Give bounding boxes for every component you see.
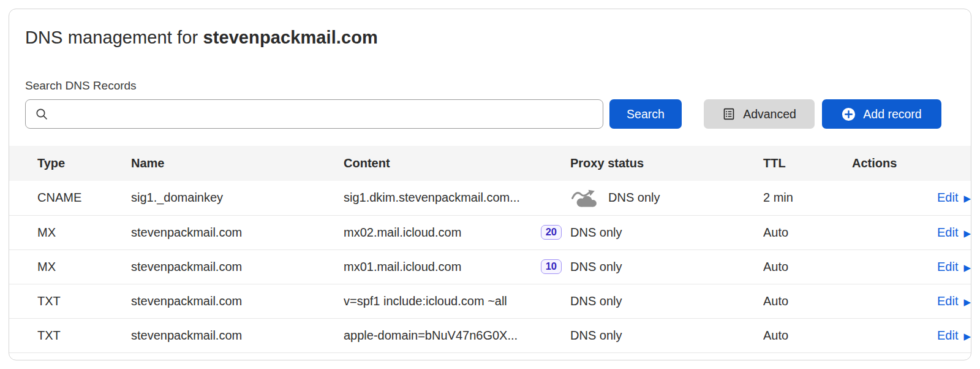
proxy-status-text: DNS only: [608, 191, 660, 205]
cell-name: stevenpackmail.com: [131, 318, 344, 352]
edit-link-label: Edit: [937, 191, 958, 205]
col-header-ttl: TTL: [763, 146, 852, 181]
cell-ttl: 2 min: [763, 181, 852, 215]
cell-type: TXT: [9, 284, 131, 318]
page-title-domain: stevenpackmail.com: [203, 28, 378, 47]
cell-content: mx01.mail.icloud.com 10: [344, 249, 570, 284]
add-record-button-label: Add record: [863, 107, 921, 121]
caret-right-icon: ▶: [963, 332, 971, 341]
edit-link-label: Edit: [937, 260, 958, 274]
search-toolbar: Search Advanced Add: [25, 99, 955, 129]
cell-proxy-status: DNS only: [570, 215, 763, 249]
cell-type: MX: [9, 215, 131, 249]
cell-actions: Edit▶: [852, 318, 971, 352]
col-header-type: Type: [9, 146, 131, 181]
cell-proxy-status: DNS only: [570, 249, 763, 284]
caret-right-icon: ▶: [963, 229, 971, 238]
caret-right-icon: ▶: [963, 263, 971, 272]
proxy-status-text: DNS only: [570, 329, 622, 343]
col-header-actions: Actions: [852, 146, 971, 181]
cell-ttl: Auto: [763, 318, 852, 352]
table-header-row: Type Name Content Proxy status TTL Actio…: [9, 146, 971, 181]
caret-right-icon: ▶: [963, 297, 971, 306]
cell-actions: Edit▶: [852, 249, 971, 284]
table-row: CNAME sig1._domainkey sig1.dkim.stevenpa…: [9, 181, 971, 215]
advanced-button-label: Advanced: [743, 107, 796, 121]
table-row: TXT stevenpackmail.com v=spf1 include:ic…: [9, 284, 971, 318]
cell-type: TXT: [9, 318, 131, 352]
edit-link-label: Edit: [937, 294, 958, 308]
edit-record-link[interactable]: Edit▶: [937, 294, 971, 308]
add-record-button[interactable]: Add record: [822, 99, 941, 129]
table-row: TXT stevenpackmail.com apple-domain=bNuV…: [9, 318, 971, 352]
advanced-button[interactable]: Advanced: [704, 99, 815, 129]
page-title: DNS management for stevenpackmail.com: [25, 28, 955, 48]
cell-ttl: Auto: [763, 249, 852, 284]
cell-content: sig1.dkim.stevenpackmail.com...: [344, 181, 570, 215]
cell-name: stevenpackmail.com: [131, 284, 344, 318]
cell-proxy-status: DNS only: [570, 181, 763, 215]
cell-content: mx02.mail.icloud.com 20: [344, 215, 570, 249]
content-text: mx01.mail.icloud.com: [344, 260, 461, 274]
mx-priority-badge: 10: [541, 259, 562, 274]
list-document-icon: [722, 107, 736, 121]
cell-proxy-status: DNS only: [570, 284, 763, 318]
cell-content: apple-domain=bNuV47n6G0X...: [344, 318, 570, 352]
search-input[interactable]: [25, 99, 603, 129]
content-text: sig1.dkim.stevenpackmail.com...: [344, 191, 520, 205]
search-button-label: Search: [627, 107, 665, 121]
table-row: MX stevenpackmail.com mx01.mail.icloud.c…: [9, 249, 971, 284]
cell-ttl: Auto: [763, 284, 852, 318]
cell-content: v=spf1 include:icloud.com ~all: [344, 284, 570, 318]
edit-record-link[interactable]: Edit▶: [937, 191, 971, 205]
caret-right-icon: ▶: [963, 194, 971, 203]
page-title-prefix: DNS management for: [25, 28, 203, 47]
search-button[interactable]: Search: [609, 99, 682, 129]
dns-management-card: DNS management for stevenpackmail.com Se…: [9, 9, 971, 360]
col-header-name: Name: [131, 146, 344, 181]
cell-name: stevenpackmail.com: [131, 249, 344, 284]
col-header-proxy-status: Proxy status: [570, 146, 763, 181]
cell-name: sig1._domainkey: [131, 181, 344, 215]
edit-link-label: Edit: [937, 329, 958, 343]
edit-link-label: Edit: [937, 226, 958, 240]
table-row: MX stevenpackmail.com mx02.mail.icloud.c…: [9, 215, 971, 249]
proxy-status-text: DNS only: [570, 226, 622, 240]
cell-ttl: Auto: [763, 215, 852, 249]
cell-type: CNAME: [9, 181, 131, 215]
content-text: v=spf1 include:icloud.com ~all: [344, 294, 507, 308]
mx-priority-badge: 20: [541, 225, 562, 240]
cell-proxy-status: DNS only: [570, 318, 763, 352]
content-text: mx02.mail.icloud.com: [344, 226, 461, 240]
proxy-status-text: DNS only: [570, 294, 622, 308]
col-header-content: Content: [344, 146, 570, 181]
plus-circle-icon: [842, 107, 856, 121]
edit-record-link[interactable]: Edit▶: [937, 329, 971, 343]
cell-type: MX: [9, 249, 131, 284]
search-label: Search DNS Records: [25, 79, 955, 93]
edit-record-link[interactable]: Edit▶: [937, 226, 971, 240]
cell-name: stevenpackmail.com: [131, 215, 344, 249]
cell-actions: Edit▶: [852, 181, 971, 215]
dns-only-cloud-icon: [570, 188, 598, 208]
search-box: [25, 99, 603, 129]
content-text: apple-domain=bNuV47n6G0X...: [344, 329, 518, 343]
cell-actions: Edit▶: [852, 215, 971, 249]
cell-actions: Edit▶: [852, 284, 971, 318]
proxy-status-text: DNS only: [570, 260, 622, 274]
dns-records-table: Type Name Content Proxy status TTL Actio…: [9, 146, 971, 353]
edit-record-link[interactable]: Edit▶: [937, 260, 971, 274]
